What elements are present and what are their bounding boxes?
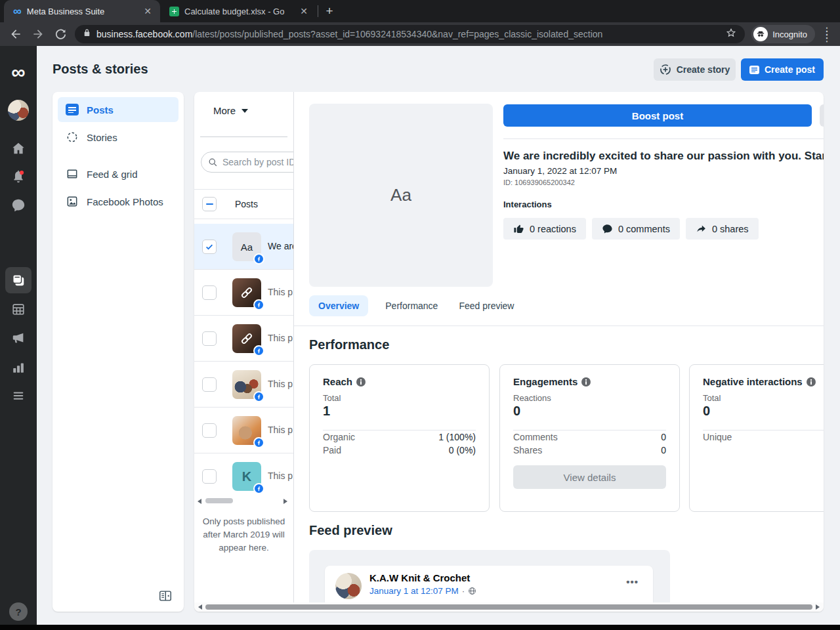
- posts-stories-sidebar: Posts Stories Feed & grid Facebook Photo…: [52, 92, 184, 612]
- metric-row-value: 0: [661, 430, 666, 444]
- row-checkbox[interactable]: [202, 377, 217, 392]
- scroll-left-icon[interactable]: [198, 604, 202, 610]
- row-checkbox[interactable]: [202, 469, 217, 484]
- new-tab-button[interactable]: +: [321, 3, 338, 20]
- url-bar[interactable]: business.facebook.com/latest/posts/publi…: [75, 25, 745, 43]
- create-post-icon: [749, 66, 759, 74]
- tab-feed-preview[interactable]: Feed preview: [455, 295, 518, 316]
- post-search[interactable]: [201, 152, 293, 173]
- scroll-right-icon[interactable]: [816, 604, 820, 610]
- reload-icon[interactable]: [52, 26, 68, 42]
- post-list-item[interactable]: Aa We are: [194, 224, 293, 270]
- row-checkbox[interactable]: [202, 331, 217, 346]
- help-button[interactable]: ?: [9, 602, 28, 621]
- row-checkbox[interactable]: [202, 240, 217, 254]
- feed-grid-icon: [66, 167, 79, 180]
- incognito-label: Incognito: [772, 30, 807, 39]
- tab-meta-business-suite[interactable]: ∞ Meta Business Suite ✕: [4, 0, 160, 22]
- planner-icon[interactable]: [0, 302, 37, 316]
- post-menu-icon[interactable]: •••: [626, 576, 639, 587]
- post-list-item[interactable]: K This p: [194, 453, 293, 499]
- scrollbar-thumb[interactable]: [205, 498, 233, 503]
- tab-close-icon[interactable]: ✕: [298, 5, 310, 17]
- feed-preview-post: K.A.W Knit & Crochet January 1 at 12:07 …: [325, 566, 653, 604]
- row-checkbox[interactable]: [202, 423, 217, 438]
- bookmark-star-icon[interactable]: [725, 27, 737, 41]
- facebook-badge-icon: [253, 253, 264, 264]
- incognito-icon: [753, 27, 768, 41]
- notifications-icon[interactable]: [0, 169, 37, 184]
- comment-icon: [602, 223, 613, 234]
- scrollbar-thumb[interactable]: [205, 604, 812, 610]
- reactions-button[interactable]: 0 reactions: [503, 218, 586, 240]
- post-list-item[interactable]: This p: [194, 362, 293, 408]
- back-icon[interactable]: [8, 26, 24, 42]
- sidebar-item-posts[interactable]: Posts: [58, 97, 178, 122]
- collapse-sidebar-icon[interactable]: [158, 588, 173, 604]
- tab-close-icon[interactable]: ✕: [142, 5, 154, 17]
- metric-row-label: Paid: [323, 444, 341, 457]
- browser-tabstrip: ∞ Meta Business Suite ✕ Calculate budget…: [0, 0, 840, 22]
- post-list-item[interactable]: This p: [194, 408, 293, 453]
- info-icon[interactable]: [581, 377, 591, 387]
- search-input[interactable]: [222, 157, 293, 167]
- facebook-badge-icon: [253, 437, 264, 448]
- post-list-item[interactable]: This p: [194, 270, 293, 316]
- sidebar-item-label: Feed & grid: [87, 169, 138, 180]
- post-detail-id: ID: 106939065200342: [503, 178, 575, 186]
- link-icon: [240, 285, 254, 300]
- facebook-badge-icon: [253, 299, 264, 310]
- forward-icon[interactable]: [30, 26, 46, 42]
- metric-label: Total: [323, 393, 476, 403]
- sidebar-item-facebook-photos[interactable]: Facebook Photos: [58, 189, 178, 214]
- post-thumbnail: [232, 324, 261, 353]
- row-checkbox[interactable]: [202, 285, 217, 300]
- tab-overview[interactable]: Overview: [309, 295, 368, 316]
- comments-button[interactable]: 0 comments: [592, 218, 680, 240]
- insights-chart-icon[interactable]: [0, 360, 37, 375]
- select-all-checkbox[interactable]: [202, 197, 217, 211]
- scroll-right-icon[interactable]: [284, 499, 287, 504]
- ads-megaphone-icon[interactable]: [0, 331, 37, 345]
- metric-row-label: Shares: [513, 444, 542, 457]
- business-avatar[interactable]: [0, 100, 37, 121]
- more-dropdown[interactable]: More: [213, 105, 248, 116]
- post-list-item[interactable]: This p: [194, 316, 293, 362]
- sidebar-item-feed-grid[interactable]: Feed & grid: [58, 161, 178, 186]
- page-title: Posts & stories: [52, 62, 148, 77]
- link-icon: [240, 331, 254, 346]
- metric-row-label: Comments: [513, 430, 558, 444]
- scroll-left-icon[interactable]: [198, 499, 201, 504]
- info-icon[interactable]: [807, 377, 816, 387]
- main-horizontal-scrollbar[interactable]: [194, 602, 824, 612]
- post-title: This p: [268, 379, 293, 389]
- sidebar-item-stories[interactable]: Stories: [58, 125, 178, 150]
- tab-performance[interactable]: Performance: [381, 295, 442, 316]
- post-timestamp-link[interactable]: January 1 at 12:07 PM: [369, 586, 459, 596]
- meta-logo[interactable]: ∞: [0, 63, 37, 81]
- tab-title: Meta Business Suite: [27, 7, 136, 16]
- create-story-button[interactable]: Create story: [654, 58, 736, 81]
- shares-button[interactable]: 0 shares: [686, 218, 759, 240]
- create-post-button[interactable]: Create post: [741, 58, 824, 81]
- divider: [294, 326, 824, 326]
- browser-menu-icon[interactable]: ⋮⋮⋮: [822, 30, 832, 39]
- posts-tool-icon[interactable]: [5, 267, 32, 293]
- post-detail-title: We are incredibly excited to share our p…: [503, 150, 824, 163]
- view-details-button[interactable]: View details: [513, 465, 666, 489]
- boost-post-button[interactable]: Boost post: [503, 104, 812, 127]
- sidebar-item-label: Facebook Photos: [87, 196, 163, 207]
- all-tools-menu-icon[interactable]: [0, 388, 37, 403]
- more-actions-button[interactable]: [820, 104, 824, 127]
- inbox-chat-icon[interactable]: [0, 198, 37, 213]
- screen: ∞ Meta Business Suite ✕ Calculate budget…: [0, 0, 840, 630]
- sidebar-item-label: Posts: [87, 104, 114, 116]
- list-horizontal-scrollbar[interactable]: [194, 497, 293, 505]
- divider: [200, 136, 287, 137]
- info-icon[interactable]: [356, 377, 366, 387]
- sheets-favicon-icon: [169, 7, 179, 16]
- thumbs-up-icon: [513, 223, 524, 234]
- post-title: We are: [268, 241, 293, 251]
- tab-spreadsheet[interactable]: Calculate budget.xlsx - Go ✕: [160, 0, 316, 22]
- home-icon[interactable]: [0, 141, 37, 156]
